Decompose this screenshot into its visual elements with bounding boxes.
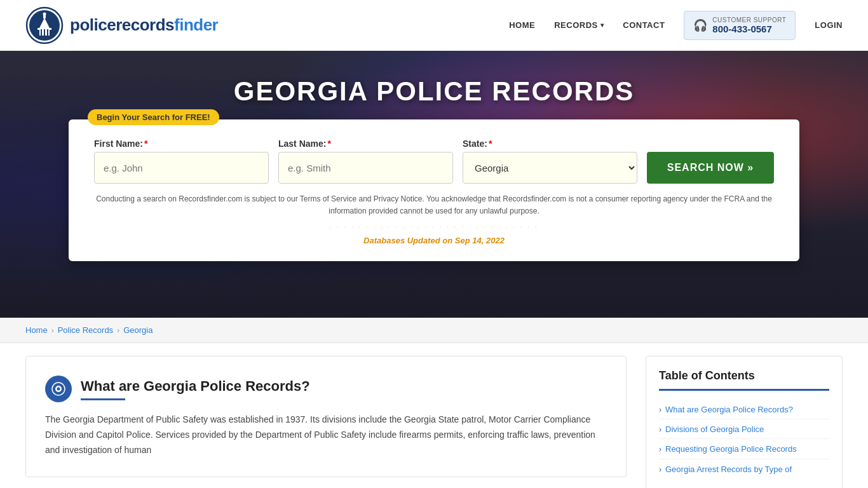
section-body: The Georgia Department of Public Safety …: [45, 412, 607, 458]
hero-title: GEORGIA POLICE RECORDS: [234, 76, 635, 107]
site-header: policerecordsfinder HOME RECORDS ▾ CONTA…: [0, 0, 868, 51]
sidebar: Table of Contents › What are Georgia Pol…: [646, 356, 843, 488]
toc-chevron-icon: ›: [659, 405, 661, 414]
section-icon: [45, 376, 72, 402]
toc-chevron-icon: ›: [659, 465, 661, 474]
section-title-underline: [81, 398, 125, 400]
svg-point-6: [43, 12, 46, 15]
last-name-required: *: [327, 139, 330, 149]
search-card: Begin Your Search for FREE! First Name:*…: [69, 119, 799, 261]
first-name-input[interactable]: [94, 152, 269, 184]
toc-item: › What are Georgia Police Records?: [659, 401, 829, 419]
headset-icon: 🎧: [693, 18, 707, 32]
svg-rect-5: [43, 15, 46, 18]
toc-chevron-icon: ›: [659, 425, 661, 434]
badge-icon: [51, 382, 65, 396]
svg-rect-7: [41, 29, 42, 36]
first-name-group: First Name:*: [94, 139, 269, 184]
first-name-required: *: [144, 139, 147, 149]
toc-item: › Divisions of Georgia Police: [659, 421, 829, 439]
breadcrumb-home[interactable]: Home: [25, 325, 48, 335]
main-nav: HOME RECORDS ▾ CONTACT 🎧 CUSTOMER SUPPOR…: [509, 11, 843, 40]
begin-search-badge: Begin Your Search for FREE!: [88, 109, 219, 125]
logo-text: policerecordsfinder: [70, 15, 218, 35]
toc-divider: [659, 389, 829, 391]
breadcrumb-current: Georgia: [123, 325, 153, 335]
toc-item: › Requesting Georgia Police Records: [659, 440, 829, 459]
svg-rect-9: [47, 29, 48, 36]
section-title-area: What are Georgia Police Records?: [81, 378, 310, 400]
disclaimer-text: Conducting a search on Recordsfinder.com…: [94, 193, 774, 217]
breadcrumb-sep-1: ›: [51, 326, 54, 335]
toc-chevron-icon: ›: [659, 445, 661, 454]
svg-rect-8: [44, 29, 45, 36]
toc-title: Table of Contents: [659, 369, 829, 383]
breadcrumb: Home › Police Records › Georgia: [0, 318, 868, 343]
first-name-label: First Name:*: [94, 139, 269, 149]
toc-link[interactable]: What are Georgia Police Records?: [665, 404, 793, 416]
nav-login[interactable]: LOGIN: [815, 20, 843, 30]
support-label: CUSTOMER SUPPORT: [712, 17, 786, 24]
main-content: What are Georgia Police Records? The Geo…: [25, 356, 646, 488]
toc-link[interactable]: Georgia Arrest Records by Type of: [665, 464, 792, 475]
nav-home[interactable]: HOME: [509, 20, 535, 30]
section-title: What are Georgia Police Records?: [81, 378, 310, 395]
toc-card: Table of Contents › What are Georgia Pol…: [646, 356, 843, 488]
last-name-input[interactable]: [278, 152, 453, 184]
state-label: State:*: [463, 139, 637, 149]
support-phone: 800-433-0567: [712, 24, 786, 34]
search-fields: First Name:* Last Name:* State:* Georgia…: [94, 139, 774, 184]
last-name-group: Last Name:*: [278, 139, 453, 184]
breadcrumb-sep-2: ›: [117, 326, 119, 335]
state-group: State:* Georgia Alabama Alaska Arizona C…: [463, 139, 637, 184]
toc-link[interactable]: Requesting Georgia Police Records: [665, 444, 797, 455]
search-now-button[interactable]: SEARCH NOW »: [647, 152, 774, 184]
toc-list: › What are Georgia Police Records? › Div…: [659, 401, 829, 478]
state-select[interactable]: Georgia Alabama Alaska Arizona Californi…: [463, 152, 637, 184]
divider-dots: · · · · · · · · · · · · · · · · · · · · …: [94, 224, 774, 231]
logo-icon: [25, 6, 64, 44]
nav-records[interactable]: RECORDS ▾: [554, 20, 604, 30]
last-name-label: Last Name:*: [278, 139, 453, 149]
hero-section: GEORGIA POLICE RECORDS Begin Your Search…: [0, 51, 868, 318]
toc-link[interactable]: Divisions of Georgia Police: [665, 424, 764, 435]
toc-item: › Georgia Arrest Records by Type of: [659, 461, 829, 478]
content-area: What are Georgia Police Records? The Geo…: [0, 356, 868, 488]
records-chevron-icon: ▾: [600, 22, 604, 29]
nav-contact[interactable]: CONTACT: [623, 20, 665, 30]
db-updated-text: Databases Updated on Sep 14, 2022: [94, 236, 774, 245]
section-header: What are Georgia Police Records?: [45, 376, 607, 402]
state-required: *: [489, 139, 492, 149]
svg-point-12: [57, 388, 60, 391]
customer-support-button[interactable]: 🎧 CUSTOMER SUPPORT 800-433-0567: [684, 11, 796, 40]
breadcrumb-police-records[interactable]: Police Records: [58, 325, 113, 335]
logo-link[interactable]: policerecordsfinder: [25, 6, 218, 44]
article-section: What are Georgia Police Records? The Geo…: [25, 356, 627, 477]
